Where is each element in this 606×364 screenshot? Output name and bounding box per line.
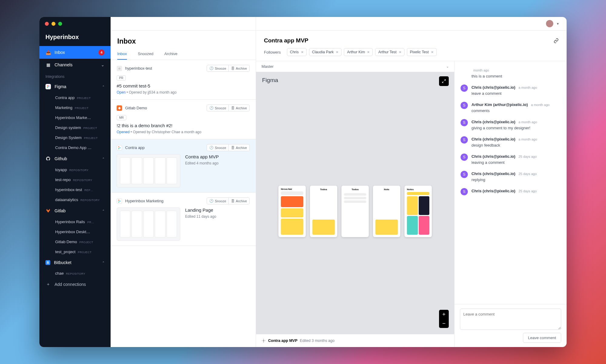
sidebar-item[interactable]: Hyperinbox Rails PR… [39,217,111,227]
detail-pane: ▼ Contra app MVP Followers Chris✕Claudia… [256,17,567,347]
link-icon[interactable] [554,38,559,43]
user-avatar[interactable] [546,20,553,27]
phone-mock: Todos [341,186,369,237]
sidebar-item[interactable]: hyperinbox-test REP… [39,185,111,195]
card-title: Landing Page [185,207,250,213]
nav-channels[interactable]: ▦ Channels ⌄ [39,59,111,71]
sidebar-item[interactable]: dataanalytics REPOSITORY [39,195,111,205]
comment: SChris (chris@pixelic.io) a month agolea… [461,81,561,99]
remove-icon[interactable]: ✕ [431,50,434,54]
card-pill: PR [117,75,126,81]
snooze-button[interactable]: 🕐Snooze [207,65,229,72]
comments-list[interactable]: month agothis is a commentSChris (chris@… [454,61,567,304]
zoom-in-button[interactable]: + [439,310,449,319]
inbox-card[interactable]: ◆Gitlab Demo🕐Snooze🗄ArchiveMR!2 this is … [111,100,256,139]
add-connections[interactable]: ＋ Add connections [39,278,111,290]
comment: SChris (chris@pixelic.io) 25 days agolea… [461,151,561,168]
sidebar-item[interactable]: Design system PROJECT [39,123,111,133]
remove-icon[interactable]: ✕ [367,50,370,54]
sidebar-item[interactable]: test-repo REPOSITORY [39,175,111,185]
comment-time: 25 days ago [518,172,537,176]
tab-snoozed[interactable]: Snoozed [138,48,153,60]
group-figma[interactable]: Figma⌃ [39,81,111,93]
figma-canvas[interactable]: Figma Nirova Nair Todos Todos Note Notes… [256,72,454,334]
sidebar-item[interactable]: chae REPOSITORY [39,268,111,278]
svg-point-11 [263,340,264,341]
github-icon [45,156,51,161]
chip-label: Arthur Test [378,50,396,54]
chip-label: Chris [290,50,299,54]
leave-comment-button[interactable]: Leave comment [523,333,561,343]
remove-icon[interactable]: ✕ [399,50,401,54]
master-label: Master [261,64,274,69]
nav-channels-label: Channels [55,62,72,67]
follower-chip[interactable]: Arthur Test✕ [375,48,404,56]
svg-point-6 [120,147,121,148]
maximize-window-icon[interactable] [58,22,62,26]
inbox-card[interactable]: Contra app🕐Snooze🗄ArchiveContra app MVPE… [111,139,256,193]
tab-inbox[interactable]: Inbox [117,48,127,60]
comment-avatar: S [461,102,468,109]
remove-icon[interactable]: ✕ [336,50,338,54]
sidebar-item[interactable]: Marketing PROJECT [39,103,111,113]
phone-mock: Nirova Nair [278,186,306,237]
sidebar-item-tag: PROJECT [78,251,92,254]
chip-label: Pixelic Test [410,50,429,54]
preview-status: Contra app MVP Edited 3 months ago [256,334,454,347]
sidebar-item[interactable]: Hyperinbox Deskt… [39,227,111,237]
sidebar-item[interactable]: test_project PROJECT [39,247,111,257]
master-selector[interactable]: Master ⌄ [256,61,454,72]
group-bitbucket[interactable]: BBitbucket⌃ [39,257,111,268]
snooze-button[interactable]: 🕐Snooze [207,104,229,111]
follower-chip[interactable]: Chris✕ [287,48,307,56]
sidebar-item[interactable]: Contra Demo App … [39,143,111,153]
close-window-icon[interactable] [45,22,49,26]
sidebar-item[interactable]: Gitlab Demo PROJECT [39,237,111,247]
follower-chip[interactable]: Claudia Park✕ [309,48,342,56]
card-thumbnail [117,154,180,187]
canvas-screens: Nirova Nair Todos Todos Note Notes [256,88,454,334]
comment: month agothis is a comment [461,64,561,81]
sidebar-item-tag: PROJECT [84,137,98,140]
sidebar-item[interactable]: Contra app PROJECT [39,93,111,103]
nav-inbox[interactable]: 📥 Inbox 4 [39,46,111,59]
inbox-card[interactable]: ○hyperinbox-test🕐Snooze🗄ArchivePR#5 comm… [111,60,256,100]
sidebar-item[interactable]: Hyperinbox Marke… [39,113,111,123]
sidebar-item[interactable]: toyapp REPOSITORY [39,165,111,175]
group-github[interactable]: Github⌃ [39,153,111,165]
sidebar-item-label: test_project [55,250,75,254]
tab-archive[interactable]: Archive [164,48,177,60]
zoom-out-button[interactable]: − [439,319,449,328]
follower-chip[interactable]: Arthur Kim✕ [344,48,373,56]
clock-icon: 🕐 [209,106,214,110]
archive-button[interactable]: 🗄Archive [229,144,250,151]
group-gitlab[interactable]: Gitlab⌃ [39,205,111,217]
sidebar-item-label: chae [55,271,64,276]
follower-chip[interactable]: Pixelic Test✕ [407,48,437,56]
snooze-button[interactable]: 🕐Snooze [207,144,229,151]
card-meta: Edited 11 days ago [185,214,250,219]
minimize-window-icon[interactable] [52,22,55,26]
archive-button[interactable]: 🗄Archive [229,65,250,72]
add-connections-label: Add connections [55,282,86,287]
remove-icon[interactable]: ✕ [301,50,304,54]
github-icon: ○ [117,66,122,71]
inbox-card[interactable]: Hyperinbox Marketing🕐Snooze🗄ArchiveLandi… [111,193,256,246]
comment-body: this is a comment [471,74,561,78]
inbox-column: Inbox Inbox Snoozed Archive ○hyperinbox-… [111,17,256,347]
expand-icon[interactable] [439,76,449,86]
svg-point-5 [118,146,119,147]
archive-icon: 🗄 [231,146,235,150]
card-meta: Edited 4 months ago [185,161,250,165]
preview-pane: Master ⌄ Figma Nirova Nair Todos Todos N… [256,61,454,347]
comment-input[interactable] [460,309,561,330]
archive-button[interactable]: 🗄Archive [229,104,250,111]
sidebar-item[interactable]: Design System PROJECT [39,133,111,143]
card-source: Hyperinbox Marketing [125,199,163,203]
chevron-down-icon[interactable]: ▼ [556,22,559,25]
nav-inbox-label: Inbox [55,50,65,55]
comment-avatar: S [461,154,468,161]
snooze-button[interactable]: 🕐Snooze [207,197,229,204]
archive-button[interactable]: 🗄Archive [229,197,250,204]
comment-author: Chris (chris@pixelic.io) [471,137,515,141]
